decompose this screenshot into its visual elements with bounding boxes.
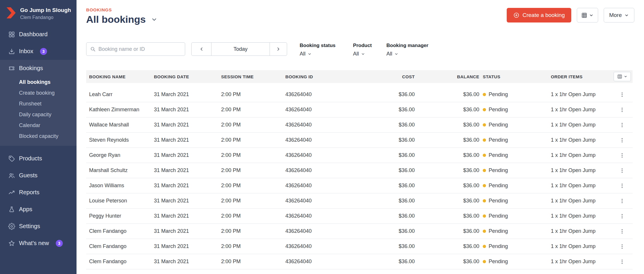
kebab-menu-icon: [619, 244, 625, 249]
cell-balance: $36.00: [415, 137, 479, 143]
sidebar-item-settings[interactable]: Settings: [0, 218, 77, 235]
cell-session-time: 2:00 PM: [221, 91, 285, 98]
cell-booking-date: 31 March 2021: [154, 243, 221, 249]
table-row[interactable]: Steven Reynolds 31 March 2021 2:00 PM 43…: [86, 133, 633, 148]
cell-order-items: 1 x 1hr Open Jump: [551, 152, 612, 158]
sidebar-item-reports[interactable]: Reports: [0, 184, 77, 201]
title-chevron-down-icon[interactable]: [151, 16, 157, 23]
prev-date-button[interactable]: [192, 43, 211, 56]
status-label: Pending: [489, 228, 508, 234]
table-row[interactable]: Clem Fandango 31 March 2021 2:00 PM 4362…: [86, 254, 633, 269]
search-icon: [90, 46, 96, 52]
cell-balance: $36.00: [415, 91, 479, 98]
create-booking-button[interactable]: Create a booking: [507, 8, 571, 22]
row-actions-button[interactable]: [617, 120, 627, 130]
cell-booking-id: 436264040: [285, 243, 358, 249]
row-actions-button[interactable]: [617, 256, 627, 267]
table-row[interactable]: Leah Carr 31 March 2021 2:00 PM 43626404…: [86, 87, 633, 102]
products-icon: [8, 155, 15, 162]
booking-manager-filter: Booking manager All: [386, 42, 428, 57]
product-dropdown[interactable]: All: [353, 51, 372, 57]
cell-order-items: 1 x 1hr Open Jump: [551, 213, 612, 219]
row-actions-button[interactable]: [617, 241, 627, 252]
kebab-menu-icon: [619, 122, 625, 128]
sidebar-subitem[interactable]: Daily capacity: [0, 109, 77, 120]
bookings-submenu: All bookings Create booking Runsheet Dai…: [0, 77, 77, 142]
table-row[interactable]: Clem Fandango 31 March 2021 2:00 PM 4362…: [86, 239, 633, 254]
sidebar-item-apps[interactable]: Apps: [0, 201, 77, 218]
column-picker-button[interactable]: [614, 72, 631, 81]
table-row[interactable]: Louise Peterson 31 March 2021 2:00 PM 43…: [86, 193, 633, 209]
row-actions-button[interactable]: [617, 135, 627, 145]
kebab-menu-icon: [619, 198, 625, 204]
cell-booking-date: 31 March 2021: [154, 122, 221, 128]
cell-booking-date: 31 March 2021: [154, 91, 221, 98]
cell-booking-date: 31 March 2021: [154, 213, 221, 219]
sidebar-subitem[interactable]: All bookings: [0, 77, 77, 88]
table-row[interactable]: Marshall Schultz 31 March 2021 2:00 PM 4…: [86, 163, 633, 178]
booking-status-dropdown[interactable]: All: [300, 51, 336, 57]
cell-order-items: 1 x 1hr Open Jump: [551, 259, 612, 265]
column-header-booking-id: BOOKING ID: [285, 74, 358, 79]
cell-booking-id: 436264040: [285, 167, 358, 174]
table-row[interactable]: Jason Williams 31 March 2021 2:00 PM 436…: [86, 178, 633, 193]
kebab-menu-icon: [619, 183, 625, 189]
table-row[interactable]: Wallace Marshall 31 March 2021 2:00 PM 4…: [86, 117, 633, 133]
inbox-badge: 3: [40, 48, 47, 55]
status-pending-dot: [483, 123, 486, 126]
kebab-menu-icon: [619, 213, 625, 219]
more-button[interactable]: More: [604, 8, 634, 22]
cell-order-items: 1 x 1hr Open Jump: [551, 167, 612, 174]
row-actions-button[interactable]: [617, 105, 627, 115]
column-header-status: STATUS: [479, 74, 551, 79]
reports-icon: [8, 189, 15, 196]
cell-status: Pending: [479, 228, 551, 234]
cell-balance: $36.00: [415, 198, 479, 204]
row-actions-button[interactable]: [617, 196, 627, 206]
booking-manager-dropdown[interactable]: All: [386, 51, 428, 57]
cell-cost: $36.00: [358, 198, 415, 204]
sidebar-item-inbox[interactable]: Inbox 3: [0, 43, 77, 60]
row-actions-button[interactable]: [617, 181, 627, 191]
table-row[interactable]: Peggy Hunter 31 March 2021 2:00 PM 43626…: [86, 209, 633, 224]
page-title: All bookings: [86, 14, 146, 25]
sidebar-item-label: What's new: [19, 240, 49, 247]
sidebar-subitem[interactable]: Runsheet: [0, 98, 77, 109]
cell-booking-id: 436264040: [285, 259, 358, 265]
sidebar-item-dashboard[interactable]: Dashboard: [0, 26, 77, 43]
booking-search-input[interactable]: [98, 46, 181, 52]
cell-booking-date: 31 March 2021: [154, 152, 221, 158]
cell-session-time: 2:00 PM: [221, 167, 285, 174]
sidebar-subitem[interactable]: Calendar: [0, 120, 77, 131]
sidebar-item-bookings[interactable]: Bookings: [0, 60, 77, 77]
view-switcher-button[interactable]: [577, 8, 598, 22]
cell-status: Pending: [479, 259, 551, 265]
table-row[interactable]: Clem Fandango 31 March 2021 2:00 PM 4362…: [86, 224, 633, 239]
cell-booking-name: Wallace Marshall: [89, 122, 154, 128]
row-actions-button[interactable]: [617, 165, 627, 176]
cell-session-time: 2:00 PM: [221, 152, 285, 158]
today-button[interactable]: Today: [211, 43, 270, 56]
sidebar-item-whats-new[interactable]: What's new 3: [0, 235, 77, 252]
filter-label: Product: [353, 43, 372, 48]
row-actions-button[interactable]: [617, 211, 627, 221]
status-pending-dot: [483, 154, 486, 157]
next-date-button[interactable]: [270, 43, 287, 56]
table-row[interactable]: Kathleen Zimmerman 31 March 2021 2:00 PM…: [86, 102, 633, 117]
row-actions-button[interactable]: [617, 150, 627, 161]
sidebar-item-products[interactable]: Products: [0, 150, 77, 167]
cell-order-items: 1 x 1hr Open Jump: [551, 228, 612, 234]
sidebar-nav: Dashboard Inbox 3 Bookings All bookings …: [0, 26, 77, 252]
row-actions-button[interactable]: [617, 226, 627, 237]
sidebar-subitem[interactable]: Blocked capacity: [0, 131, 77, 142]
table-row[interactable]: George Ryan 31 March 2021 2:00 PM 436264…: [86, 148, 633, 163]
cell-session-time: 2:00 PM: [221, 228, 285, 234]
cell-booking-name: Jason Williams: [89, 183, 154, 189]
status-pending-dot: [483, 138, 486, 142]
cell-booking-name: Leah Carr: [89, 91, 154, 98]
row-actions-button[interactable]: [617, 89, 627, 100]
cell-booking-name: George Ryan: [89, 152, 154, 158]
sidebar-subitem[interactable]: Create booking: [0, 88, 77, 98]
sidebar-item-guests[interactable]: Guests: [0, 167, 77, 184]
chevron-down-icon: [624, 13, 629, 18]
